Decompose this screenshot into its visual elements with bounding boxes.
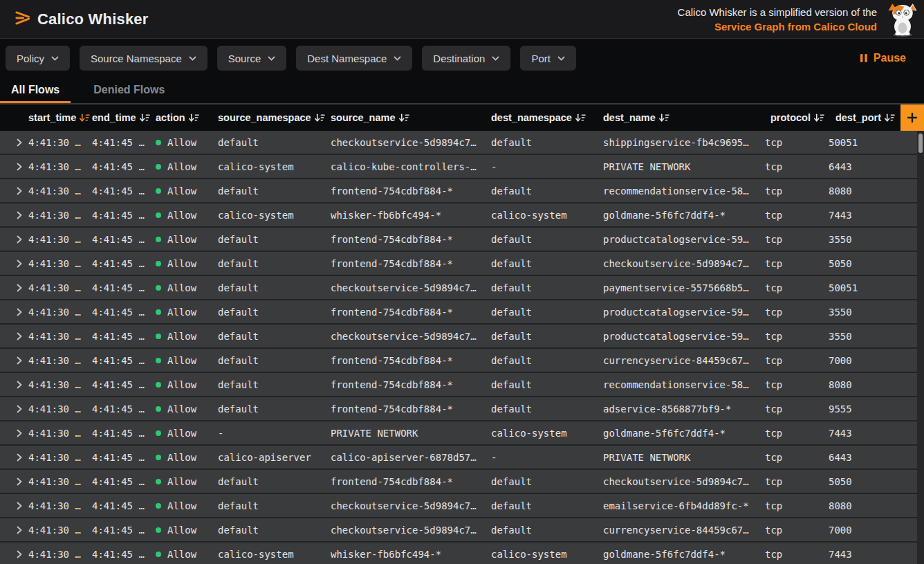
expand-row-button[interactable] (0, 187, 28, 195)
scrollbar-thumb[interactable] (918, 134, 923, 153)
table-row[interactable]: 4:41:30 … 4:41:45 … Allow default fronte… (0, 179, 924, 203)
cell-dest-name: currencyservice-84459c67… (603, 355, 765, 366)
allow-status-dot (156, 261, 161, 266)
cell-source-namespace: - (218, 428, 331, 439)
cell-source-namespace: default (218, 137, 331, 148)
filter-source[interactable]: Source (217, 46, 287, 71)
cell-dest-namespace: default (491, 476, 603, 487)
cell-action: Allow (156, 185, 218, 197)
expand-row-button[interactable] (0, 211, 28, 219)
cell-source-namespace: default (218, 307, 331, 318)
column-header-source-name[interactable]: source_name (331, 112, 491, 123)
column-header-dest-name[interactable]: dest_name (603, 112, 765, 123)
expand-row-button[interactable] (0, 405, 28, 413)
tab-all-flows[interactable]: All Flows (0, 78, 71, 103)
cell-dest-name: recommendationservice-58… (603, 185, 765, 197)
table-row[interactable]: 4:41:30 … 4:41:45 … Allow - PRIVATE NETW… (0, 421, 924, 446)
cell-dest-port: 7000 (829, 355, 924, 366)
cell-protocol: tcp (765, 185, 829, 197)
expand-row-button[interactable] (0, 284, 28, 292)
cell-dest-namespace: default (491, 403, 603, 415)
cell-source-name: checkoutservice-5d9894c7… (331, 500, 491, 511)
table-row[interactable]: 4:41:30 … 4:41:45 … Allow default fronte… (0, 397, 924, 421)
table-row[interactable]: 4:41:30 … 4:41:45 … Allow calico-system … (0, 543, 924, 564)
cell-start-time: 4:41:30 … (28, 428, 92, 439)
table-row[interactable]: 4:41:30 … 4:41:45 … Allow default fronte… (0, 470, 924, 494)
filter-destination[interactable]: Destination (422, 46, 510, 71)
chevron-right-icon (17, 381, 22, 389)
table-row[interactable]: 4:41:30 … 4:41:45 … Allow default fronte… (0, 373, 924, 397)
expand-row-button[interactable] (0, 550, 28, 558)
expand-row-button[interactable] (0, 163, 28, 171)
filter-source-label: Source (228, 53, 261, 64)
table-row[interactable]: 4:41:30 … 4:41:45 … Allow default checko… (0, 325, 924, 349)
chevron-right-icon (17, 550, 22, 558)
filter-port[interactable]: Port (520, 46, 576, 71)
sort-icon (575, 113, 586, 122)
allow-status-dot (156, 164, 161, 170)
action-label: Allow (167, 307, 196, 318)
cell-end-time: 4:41:45 … (92, 452, 156, 463)
table-header-row: start_time end_time action source_namesp… (0, 104, 924, 131)
sort-icon (80, 113, 90, 122)
tab-denied-flows[interactable]: Denied Flows (82, 78, 176, 103)
expand-row-button[interactable] (0, 526, 28, 534)
table-row[interactable]: 4:41:30 … 4:41:45 … Allow default fronte… (0, 349, 924, 373)
table-row[interactable]: 4:41:30 … 4:41:45 … Allow calico-system … (0, 155, 924, 179)
table-body: 4:41:30 … 4:41:45 … Allow default checko… (0, 131, 924, 564)
vertical-scrollbar[interactable] (917, 131, 924, 564)
filter-policy[interactable]: Policy (6, 46, 70, 71)
action-label: Allow (167, 234, 196, 245)
filter-source-namespace[interactable]: Source Namespace (80, 46, 207, 71)
cell-end-time: 4:41:45 … (92, 185, 156, 197)
cell-source-namespace: default (218, 185, 331, 197)
table-row[interactable]: 4:41:30 … 4:41:45 … Allow default checko… (0, 131, 924, 155)
column-header-start-time[interactable]: start_time (28, 112, 92, 123)
service-graph-link[interactable]: Service Graph from Calico Cloud (678, 19, 877, 34)
column-header-action[interactable]: action (156, 112, 218, 123)
column-header-dest-namespace[interactable]: dest_namespace (491, 112, 603, 123)
table-row[interactable]: 4:41:30 … 4:41:45 … Allow default checko… (0, 276, 924, 300)
expand-row-button[interactable] (0, 429, 28, 437)
expand-row-button[interactable] (0, 381, 28, 389)
table-row[interactable]: 4:41:30 … 4:41:45 … Allow calico-system … (0, 203, 924, 228)
expand-row-button[interactable] (0, 356, 28, 365)
chevron-right-icon (17, 163, 22, 171)
cell-end-time: 4:41:45 … (92, 307, 156, 318)
table-row[interactable]: 4:41:30 … 4:41:45 … Allow default checko… (0, 518, 924, 543)
table-row[interactable]: 4:41:30 … 4:41:45 … Allow default fronte… (0, 300, 924, 325)
table-row[interactable]: 4:41:30 … 4:41:45 … Allow default fronte… (0, 252, 924, 276)
expand-row-button[interactable] (0, 332, 28, 340)
expand-row-button[interactable] (0, 453, 28, 462)
cell-protocol: tcp (765, 525, 829, 536)
sort-icon (399, 113, 409, 122)
expand-row-button[interactable] (0, 260, 28, 268)
filter-dest-namespace[interactable]: Dest Namespace (296, 46, 412, 71)
column-header-protocol[interactable]: protocol (765, 112, 829, 123)
action-label: Allow (167, 428, 196, 439)
cell-start-time: 4:41:30 … (28, 500, 92, 511)
column-header-source-namespace[interactable]: source_namespace (218, 112, 331, 123)
add-column-button[interactable] (900, 104, 924, 131)
sort-icon (140, 113, 150, 122)
expand-row-button[interactable] (0, 138, 28, 147)
allow-status-dot (156, 479, 161, 484)
cell-protocol: tcp (765, 379, 829, 390)
expand-row-button[interactable] (0, 502, 28, 510)
cell-dest-name: checkoutservice-5d9894c7… (603, 476, 765, 487)
table-row[interactable]: 4:41:30 … 4:41:45 … Allow default fronte… (0, 228, 924, 252)
column-header-end-time[interactable]: end_time (92, 112, 156, 123)
cell-source-name: checkoutservice-5d9894c7… (331, 282, 491, 293)
chevron-down-icon (492, 56, 499, 61)
expand-row-button[interactable] (0, 235, 28, 244)
expand-row-button[interactable] (0, 308, 28, 316)
pause-button[interactable]: Pause (860, 52, 918, 64)
cell-dest-name: productcatalogservice-59… (603, 331, 765, 342)
cell-protocol: tcp (765, 403, 829, 415)
expand-row-button[interactable] (0, 477, 28, 486)
cell-action: Allow (156, 549, 218, 560)
cell-dest-namespace: default (491, 282, 603, 293)
sort-icon (885, 113, 895, 122)
table-row[interactable]: 4:41:30 … 4:41:45 … Allow calico-apiserv… (0, 446, 924, 470)
table-row[interactable]: 4:41:30 … 4:41:45 … Allow default checko… (0, 494, 924, 518)
